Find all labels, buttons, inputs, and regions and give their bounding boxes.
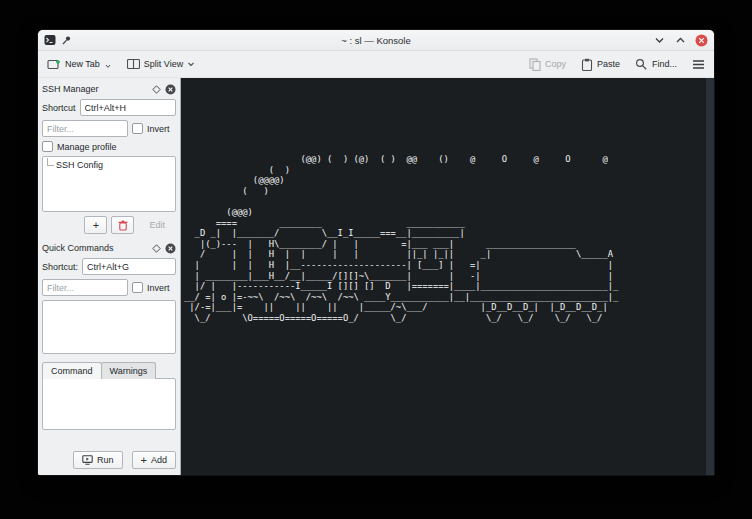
qc-command-list[interactable] <box>42 300 176 354</box>
titlebar[interactable]: ~ : sl — Konsole <box>38 30 714 51</box>
plus-icon: + <box>141 455 147 466</box>
float-panel-icon[interactable] <box>152 85 161 94</box>
split-view-icon <box>127 58 140 70</box>
ssh-filter-input[interactable] <box>42 120 128 137</box>
add-label: Add <box>151 455 167 465</box>
window-title: ~ : sl — Konsole <box>38 35 714 46</box>
run-icon <box>82 455 93 465</box>
paste-label: Paste <box>597 59 620 69</box>
maximize-button[interactable] <box>673 33 687 47</box>
close-button[interactable] <box>694 33 708 47</box>
manage-profile-label: Manage profile <box>57 142 117 152</box>
ssh-add-button[interactable]: + <box>84 216 107 234</box>
tab-command[interactable]: Command <box>42 362 102 379</box>
terminal-view[interactable]: (@@) ( ) (@) ( ) @@ () @ O @ O @ ( ) (@@… <box>180 78 714 475</box>
find-label: Find... <box>652 59 677 69</box>
paste-icon <box>581 58 593 71</box>
qc-shortcut-label: Shortcut: <box>42 262 78 272</box>
ssh-manager-header: SSH Manager <box>42 81 176 97</box>
search-icon <box>635 58 648 71</box>
hamburger-menu-button[interactable] <box>692 59 705 70</box>
qc-command-editor[interactable] <box>42 378 176 430</box>
close-panel-icon[interactable] <box>165 84 176 95</box>
quick-commands-header: Quick Commands <box>42 240 176 256</box>
konsole-window: ~ : sl — Konsole <box>38 30 714 475</box>
qc-shortcut-field[interactable] <box>82 258 176 275</box>
qc-filter-input[interactable] <box>42 279 128 296</box>
tab-warnings[interactable]: Warnings <box>101 362 157 379</box>
close-panel-icon[interactable] <box>165 243 176 254</box>
plus-icon: + <box>93 220 99 231</box>
ssh-shortcut-field[interactable] <box>80 99 176 116</box>
qc-tabbar: Command Warnings <box>42 362 176 379</box>
manage-profile-checkbox[interactable] <box>42 141 53 152</box>
minimize-button[interactable] <box>652 33 666 47</box>
konsole-app-icon <box>44 34 56 46</box>
ssh-config-list[interactable]: SSH Config <box>42 156 176 212</box>
trash-icon <box>118 220 128 231</box>
qc-invert-checkbox[interactable] <box>132 282 143 293</box>
ssh-edit-button[interactable]: Edit <box>138 216 176 234</box>
ssh-manager-panel: SSH Manager <box>42 80 176 239</box>
float-panel-icon[interactable] <box>152 244 161 253</box>
ssh-invert-label: Invert <box>147 124 170 134</box>
pin-icon[interactable] <box>61 35 72 46</box>
ssh-config-tree-item[interactable]: SSH Config <box>43 157 175 170</box>
ssh-shortcut-label: Shortcut <box>42 103 76 113</box>
run-button[interactable]: Run <box>73 451 123 469</box>
qc-invert-label: Invert <box>147 283 170 293</box>
hamburger-icon <box>692 59 705 70</box>
copy-icon <box>529 58 541 71</box>
toolbar: New Tab Split View <box>38 51 714 78</box>
sl-train-ascii-art: (@@) ( ) (@) ( ) @@ () @ O @ O @ ( ) (@@… <box>184 154 618 324</box>
terminal-scrollbar[interactable] <box>706 78 714 475</box>
new-tab-label: New Tab <box>65 59 100 69</box>
sidebar: SSH Manager <box>38 78 180 475</box>
run-label: Run <box>97 455 114 465</box>
quick-commands-panel: Quick Commands <box>42 239 176 469</box>
new-tab-menu-arrow-icon <box>105 64 111 69</box>
paste-button[interactable]: Paste <box>581 58 620 71</box>
new-tab-button[interactable]: New Tab <box>47 58 111 70</box>
chevron-down-icon <box>187 60 195 68</box>
ssh-manager-title: SSH Manager <box>42 84 99 94</box>
quick-commands-title: Quick Commands <box>42 243 114 253</box>
ssh-delete-button[interactable] <box>111 216 134 234</box>
ssh-invert-checkbox[interactable] <box>132 123 143 134</box>
copy-button[interactable]: Copy <box>529 58 566 71</box>
new-tab-icon <box>47 58 61 70</box>
copy-label: Copy <box>545 59 566 69</box>
find-button[interactable]: Find... <box>635 58 677 71</box>
add-command-button[interactable]: + Add <box>132 451 176 469</box>
split-view-button[interactable]: Split View <box>127 58 195 70</box>
split-view-label: Split View <box>144 59 183 69</box>
